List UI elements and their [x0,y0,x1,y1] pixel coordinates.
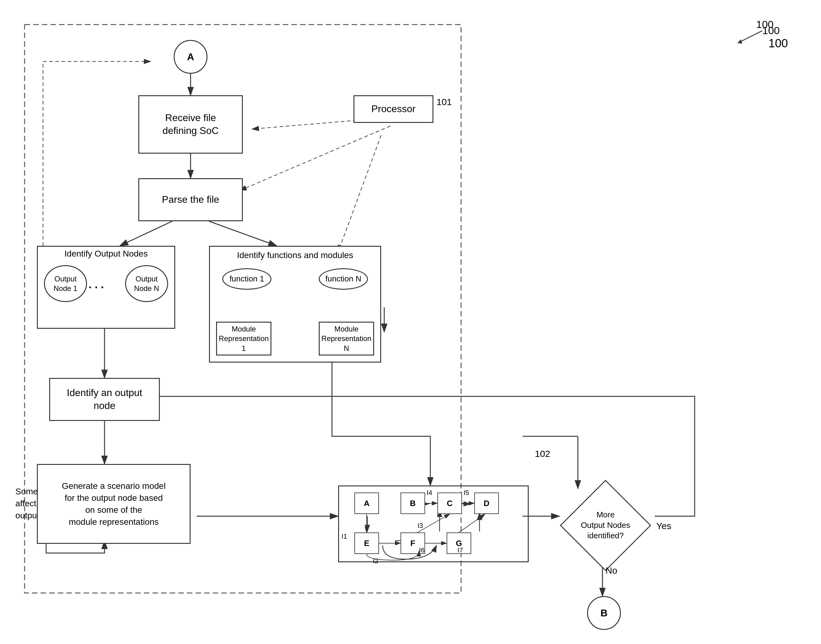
svg-line-34 [459,514,485,532]
svg-line-11 [338,135,381,252]
parse-file-box: Parse the file [138,178,243,221]
inner-diagram-box: A B C D E F G [338,486,529,562]
more-output-nodes-label: MoreOutput Nodesidentified? [575,510,636,541]
receive-file-box: Receive filedefining SoC [138,95,243,153]
svg-line-10 [240,126,390,190]
identify-output-nodes-box: Identify Output Nodes OutputNode 1 · · ·… [37,246,175,329]
label-i2: I2 [373,557,378,565]
label-i7: I7 [457,546,463,554]
yes-label: Yes [656,521,671,531]
start-circle-a: A [174,40,207,74]
function-1-oval: function 1 [222,268,272,290]
diagram-container: 100 100 A Receive filedefining SoC Proce… [0,0,821,644]
label-i4: I4 [427,489,432,497]
module-rep-1-box: ModuleRepresentation 1 [216,322,272,356]
dots-label: · · · [89,281,104,295]
end-circle-b: B [587,596,621,630]
identify-output-nodes-label: Identify Output Nodes [38,248,174,259]
function-n-oval: function N [319,268,368,290]
identify-functions-box: Identify functions and modules function … [209,246,381,363]
label-ref-100-display: 100 [769,37,788,50]
generate-scenario-box: Generate a scenario modelfor the output … [37,464,190,544]
identify-functions-label: Identify functions and modules [213,250,377,261]
more-output-nodes-diamond: MoreOutput Nodesidentified? [559,479,652,572]
ref-101: 101 [436,97,452,107]
label-i5: I5 [463,489,469,497]
label-i6: I6 [419,546,425,554]
ref-102: 102 [535,449,550,459]
output-node-n-oval: OutputNode N [125,265,168,302]
identify-output-node-box: Identify an outputnode [49,378,160,421]
label-100: 100 [756,18,773,31]
svg-line-5 [120,221,172,246]
output-node-1-oval: OutputNode 1 [44,265,87,302]
inner-arrows [339,486,528,561]
svg-line-6 [209,221,277,246]
label-i1: I1 [342,532,347,540]
processor-box: Processor [353,95,433,123]
module-rep-n-box: ModuleRepresentation N [319,322,374,356]
label-i3: I3 [417,522,423,530]
no-label: No [606,565,617,576]
